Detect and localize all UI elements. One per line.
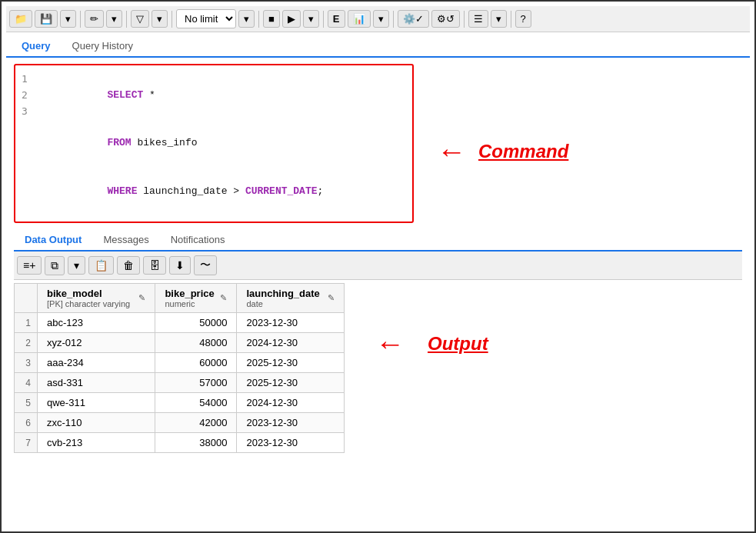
limit-dropdown[interactable]: ▾ [238,10,255,28]
cell-bike_model: zxc-110 [38,413,155,433]
cell-bike_price: 38000 [155,433,237,453]
sep4 [258,11,259,28]
table-header-row: bike_model [PK] character varying ✎ bike… [15,284,345,313]
toolbar: 📁 💾 ▾ ✏ ▾ ▽ ▾ No limit 100 1000 ▾ ■ ▶ ▾ … [6,6,750,32]
sep3 [172,11,172,28]
copy-dropdown[interactable]: ▾ [68,256,85,275]
commit-button[interactable]: ⚙️✓ [398,10,429,28]
row-num-cell: 4 [15,373,38,393]
row-num-cell: 1 [15,313,38,333]
macros-button[interactable]: ☰ [468,10,488,28]
analyze-dropdown[interactable]: ▾ [373,10,389,28]
sep6 [393,11,394,28]
help-button[interactable]: ? [515,10,531,28]
table-row: 6zxc-110420002023-12-30 [15,413,345,433]
col-name-bike-model: bike_model [47,288,130,299]
output-arrow-icon: ← [375,329,405,358]
sep2 [126,11,127,28]
cell-bike_model: xyz-012 [38,333,155,353]
cell-bike_price: 42000 [155,413,237,433]
sep5 [323,11,324,28]
edit-dropdown[interactable]: ▾ [106,10,122,28]
add-row-button[interactable]: ≡+ [17,256,42,275]
cell-bike_price: 60000 [155,353,237,373]
col-type-bike-price: numeric [165,299,214,308]
col-type-launching-date: date [246,299,319,308]
delete-button[interactable]: 🗑 [117,256,140,275]
data-tabs: Data Output Messages Notifications [14,229,742,252]
analyze-button[interactable]: 📊 [348,10,371,28]
table-row: 2xyz-012480002024-12-30 [15,333,345,353]
col-header-bike-price: bike_price numeric ✎ [155,284,237,313]
stop-button[interactable]: ■ [263,10,280,28]
tab-query-history[interactable]: Query History [62,35,144,58]
cell-bike_price: 54000 [155,393,237,413]
code-lines: SELECT * FROM bikes_info WHERE launching… [35,72,324,215]
code-semicolon: ; [318,185,324,197]
rollback-button[interactable]: ⚙↺ [431,10,460,28]
save-button[interactable]: 💾 [35,10,58,28]
sep8 [511,11,511,28]
editor-section: 1 2 3 SELECT * FROM bikes_info WHERE lau… [6,58,750,229]
keyword-from: FROM [107,137,131,148]
run-dropdown[interactable]: ▾ [303,10,319,28]
col-header-launching-date: launching_date date ✎ [237,284,345,313]
code-line-3: WHERE launching_date > CURRENT_DATE; [35,168,324,215]
output-label: Output [428,333,488,355]
result-table-wrapper: bike_model [PK] character varying ✎ bike… [14,283,742,453]
cell-bike_model: aaa-234 [38,353,155,373]
limit-select[interactable]: No limit 100 1000 [176,9,236,28]
paste-button[interactable]: 📋 [88,256,114,275]
sep7 [464,11,465,28]
code-from-table: bikes_info [132,137,198,148]
cell-bike_model: qwe-311 [38,393,155,413]
graph-button[interactable]: 〜 [194,255,217,275]
tab-messages[interactable]: Messages [92,229,159,252]
tab-data-output[interactable]: Data Output [14,229,92,252]
cell-launching_date: 2024-12-30 [237,393,345,413]
run-button[interactable]: ▶ [282,10,301,28]
cell-bike_price: 50000 [155,313,237,333]
code-line-1: SELECT * [35,72,324,119]
query-tabs: Query Query History [6,35,750,58]
code-line-2: FROM bikes_info [35,119,324,167]
copy-button[interactable]: ⧉ [45,256,65,275]
filter-button[interactable]: ▽ [131,10,149,28]
explain-button[interactable]: E [328,10,345,28]
save-dropdown[interactable]: ▾ [60,10,76,28]
row-num-cell: 2 [15,333,38,353]
edit-col-bike-price-icon[interactable]: ✎ [220,293,227,303]
cell-bike_model: asd-331 [38,373,155,393]
open-button[interactable]: 📁 [9,10,32,28]
edit-col-bike-model-icon[interactable]: ✎ [138,293,145,303]
row-num-cell: 6 [15,413,38,433]
table-row: 5qwe-311540002024-12-30 [15,393,345,413]
code-where-cond: launching_date > [137,185,245,197]
col-name-bike-price: bike_price [165,288,214,299]
col-name-launching-date: launching_date [246,288,319,299]
result-table: bike_model [PK] character varying ✎ bike… [14,283,345,453]
command-label: Command [478,141,568,162]
cell-bike_model: cvb-213 [38,433,155,453]
macros-dropdown[interactable]: ▾ [491,10,507,28]
cell-bike_price: 57000 [155,373,237,393]
keyword-current-date: CURRENT_DATE [245,185,318,197]
data-toolbar: ≡+ ⧉ ▾ 📋 🗑 🗄 ⬇ 〜 [14,252,742,280]
row-num-header [15,284,38,313]
line-num-2: 2 [22,88,28,104]
filter-dropdown[interactable]: ▾ [152,10,168,28]
tab-notifications[interactable]: Notifications [160,229,236,252]
cell-bike_price: 48000 [155,333,237,353]
cell-launching_date: 2024-12-30 [237,333,345,353]
row-num-cell: 5 [15,393,38,413]
keyword-select: SELECT [107,89,143,101]
table-body: 1abc-123500002023-12-302xyz-012480002024… [15,313,345,453]
line-num-1: 1 [22,72,28,88]
edit-col-launching-date-icon[interactable]: ✎ [328,293,335,303]
edit-button[interactable]: ✏ [85,10,104,28]
download-button[interactable]: ⬇ [169,256,191,275]
tab-query[interactable]: Query [11,35,62,58]
sql-editor[interactable]: 1 2 3 SELECT * FROM bikes_info WHERE lau… [14,64,414,223]
db-button[interactable]: 🗄 [143,256,166,275]
row-num-cell: 3 [15,353,38,373]
